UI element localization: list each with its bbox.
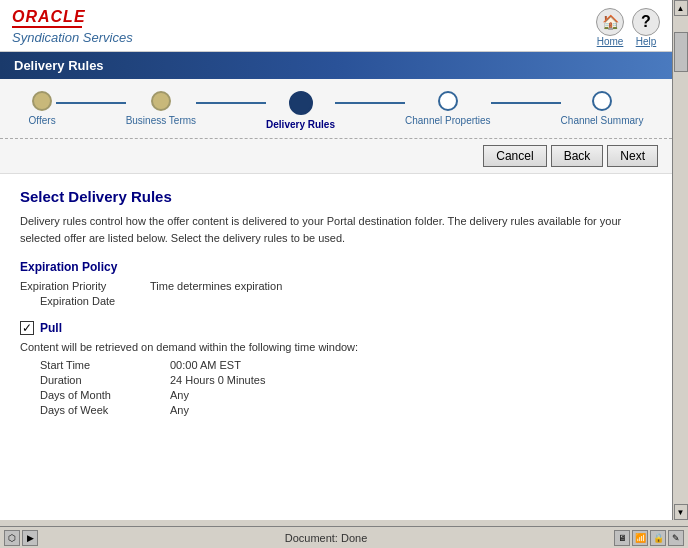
pull-fields: Start Time 00:00 AM EST Duration 24 Hour… — [40, 359, 652, 416]
step-circle-delivery-rules — [289, 91, 313, 115]
step-business-terms: Business Terms — [126, 91, 196, 126]
scrollbar[interactable]: ▲ ▼ — [672, 0, 688, 520]
status-bar: ⬡ ▶ Document: Done 🖥 📶 🔒 ✎ — [0, 526, 688, 548]
step-channel-properties: Channel Properties — [405, 91, 491, 126]
header-icons: 🏠 Home ? Help — [596, 8, 660, 47]
home-button[interactable]: 🏠 Home — [596, 8, 624, 47]
step-circle-channel-summary — [592, 91, 612, 111]
section-title: Select Delivery Rules — [20, 188, 652, 205]
pull-checkbox[interactable]: ✓ — [20, 321, 34, 335]
start-time-row: Start Time 00:00 AM EST — [40, 359, 652, 371]
step-channel-summary: Channel Summary — [561, 91, 644, 126]
cancel-button[interactable]: Cancel — [483, 145, 546, 167]
step-label-business-terms: Business Terms — [126, 115, 196, 126]
step-circle-business-terms — [151, 91, 171, 111]
step-label-offers: Offers — [29, 115, 56, 126]
step-offers: Offers — [29, 91, 56, 126]
status-right-icon-3: 🔒 — [650, 530, 666, 546]
expiration-priority-value: Time determines expiration — [150, 280, 282, 292]
body-content: Select Delivery Rules Delivery rules con… — [0, 174, 672, 433]
status-right-icon-1: 🖥 — [614, 530, 630, 546]
step-delivery-rules: Delivery Rules — [266, 91, 335, 130]
scroll-up-arrow[interactable]: ▲ — [674, 0, 688, 16]
start-time-value: 00:00 AM EST — [170, 359, 241, 371]
oracle-divider — [12, 26, 82, 28]
expiration-priority-label: Expiration Priority — [20, 280, 150, 292]
status-text: Document: Done — [44, 532, 608, 544]
days-of-week-value: Any — [170, 404, 189, 416]
app-header: ORACLE Syndication Services 🏠 Home ? Hel… — [0, 0, 672, 52]
steps-row: Offers Business Terms Delivery Rules Cha… — [20, 91, 652, 130]
wizard-steps: Offers Business Terms Delivery Rules Cha… — [0, 79, 672, 139]
help-label: Help — [636, 36, 657, 47]
expiration-policy-header: Expiration Policy — [20, 260, 652, 274]
step-label-delivery-rules: Delivery Rules — [266, 119, 335, 130]
oracle-logo: ORACLE Syndication Services — [12, 8, 133, 45]
help-icon: ? — [632, 8, 660, 36]
syndication-text: Syndication Services — [12, 30, 133, 45]
days-of-week-label: Days of Week — [40, 404, 170, 416]
oracle-text: ORACLE — [12, 8, 133, 26]
page-title: Delivery Rules — [14, 58, 104, 73]
home-label: Home — [597, 36, 624, 47]
home-icon: 🏠 — [596, 8, 624, 36]
connector-4 — [491, 102, 561, 104]
status-right-icon-4: ✎ — [668, 530, 684, 546]
scroll-down-arrow[interactable]: ▼ — [674, 504, 688, 520]
days-of-week-row: Days of Week Any — [40, 404, 652, 416]
help-button[interactable]: ? Help — [632, 8, 660, 47]
pull-label: Pull — [40, 321, 62, 335]
step-circle-channel-properties — [438, 91, 458, 111]
buttons-row: Cancel Back Next — [0, 139, 672, 174]
step-label-channel-properties: Channel Properties — [405, 115, 491, 126]
connector-2 — [196, 102, 266, 104]
status-icon-1: ⬡ — [4, 530, 20, 546]
connector-3 — [335, 102, 405, 104]
days-of-month-row: Days of Month Any — [40, 389, 652, 401]
connector-1 — [56, 102, 126, 104]
title-bar: Delivery Rules — [0, 52, 672, 79]
duration-value: 24 Hours 0 Minutes — [170, 374, 265, 386]
status-right-icons: 🖥 📶 🔒 ✎ — [614, 530, 684, 546]
back-button[interactable]: Back — [551, 145, 604, 167]
duration-label: Duration — [40, 374, 170, 386]
status-left-icons: ⬡ ▶ — [4, 530, 38, 546]
pull-description: Content will be retrieved on demand with… — [20, 341, 652, 353]
start-time-label: Start Time — [40, 359, 170, 371]
days-of-month-value: Any — [170, 389, 189, 401]
pull-section: ✓ Pull Content will be retrieved on dema… — [20, 321, 652, 416]
days-of-month-label: Days of Month — [40, 389, 170, 401]
pull-header: ✓ Pull — [20, 321, 652, 335]
expiration-date-row: Expiration Date — [20, 295, 652, 307]
step-circle-offers — [32, 91, 52, 111]
next-button[interactable]: Next — [607, 145, 658, 167]
expiration-priority-row: Expiration Priority Time determines expi… — [20, 280, 652, 292]
description-text: Delivery rules control how the offer con… — [20, 213, 652, 246]
scroll-thumb[interactable] — [674, 32, 688, 72]
duration-row: Duration 24 Hours 0 Minutes — [40, 374, 652, 386]
step-label-channel-summary: Channel Summary — [561, 115, 644, 126]
status-right-icon-2: 📶 — [632, 530, 648, 546]
status-icon-2: ▶ — [22, 530, 38, 546]
expiration-date-label: Expiration Date — [20, 295, 150, 307]
